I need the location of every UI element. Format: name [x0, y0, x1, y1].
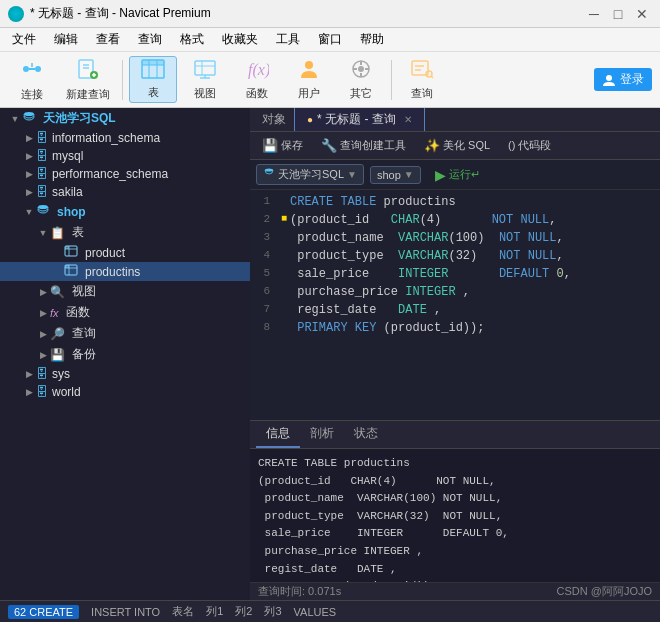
toolbar-user[interactable]: 用户 [285, 56, 333, 103]
view-folder-icon: 🔍 [50, 285, 65, 299]
code-editor[interactable]: 1 CREATE TABLE productins 2 ■ (product_i… [250, 190, 660, 420]
menu-window[interactable]: 窗口 [310, 29, 350, 50]
sidebar-item-backup-folder[interactable]: ▶ 💾 备份 [0, 344, 250, 365]
toolbar-new-query[interactable]: 新建查询 [60, 55, 116, 104]
sidebar-item-productins[interactable]: productins [0, 262, 250, 281]
svg-line-34 [431, 76, 433, 78]
schema-name: shop [377, 169, 401, 181]
menu-format[interactable]: 格式 [172, 29, 212, 50]
sidebar-item-world[interactable]: ▶ 🗄 world [0, 383, 250, 401]
info-content: CREATE TABLE productins (product_id CHAR… [250, 449, 660, 582]
toolbar-query-label: 查询 [411, 86, 433, 101]
sidebar-label15: world [52, 385, 81, 399]
toolbar-sep1 [122, 60, 123, 100]
sidebar-item-mysql[interactable]: ▶ 🗄 mysql [0, 147, 250, 165]
create-tool-label: 查询创建工具 [340, 138, 406, 153]
query-tab[interactable]: ● * 无标题 - 查询 ✕ [294, 108, 425, 131]
schema-dropdown-arrow: ▼ [404, 169, 414, 180]
info-tab-label: 信息 [266, 426, 290, 440]
title-bar: * 无标题 - 查询 - Navicat Premium ─ □ ✕ [0, 0, 660, 28]
toolbar-right: 登录 [594, 68, 652, 91]
toolbar-connect[interactable]: 连接 [8, 55, 56, 104]
toolbar-table[interactable]: 表 [129, 56, 177, 103]
line-content-1: CREATE TABLE productins [290, 195, 660, 209]
sidebar-item-func-folder[interactable]: ▶ fx 函数 [0, 302, 250, 323]
code-line-7: 7 regist_date DATE , [250, 302, 660, 320]
menu-favorites[interactable]: 收藏夹 [214, 29, 266, 50]
app-icon [8, 6, 24, 22]
sidebar-item-sakila[interactable]: ▶ 🗄 sakila [0, 183, 250, 201]
save-button[interactable]: 💾 保存 [256, 136, 309, 155]
sidebar-label4: performance_schema [52, 167, 168, 181]
db-selector[interactable]: 天池学习SQL ▼ [256, 164, 364, 185]
run-button[interactable]: ▶ 运行↵ [427, 165, 488, 185]
toolbar-table-label: 表 [148, 85, 159, 100]
sidebar-label3: mysql [52, 149, 83, 163]
expand-arrow5: ▶ [22, 187, 36, 197]
schema-selector[interactable]: shop ▼ [370, 166, 421, 184]
sidebar-item-view-folder[interactable]: ▶ 🔍 视图 [0, 281, 250, 302]
db-icon3: 🗄 [36, 149, 48, 163]
sidebar-label10: 视图 [72, 283, 96, 300]
watermark: CSDN @阿阿JOJO [556, 584, 652, 599]
query-folder-icon: 🔎 [50, 327, 65, 341]
minimize-button[interactable]: ─ [584, 4, 604, 24]
backup-folder-icon: 💾 [50, 348, 65, 362]
tab-label: * 无标题 - 查询 [317, 111, 396, 128]
sidebar-label13: 备份 [72, 346, 96, 363]
sidebar-item-product[interactable]: product [0, 243, 250, 262]
sidebar-item-info-schema[interactable]: ▶ 🗄 information_schema [0, 129, 250, 147]
beautify-icon: ✨ [424, 138, 440, 153]
maximize-button[interactable]: □ [608, 4, 628, 24]
info-tab-status[interactable]: 状态 [344, 421, 388, 448]
tab-close-icon[interactable]: ✕ [404, 114, 412, 125]
code-snippet-button[interactable]: () 代码段 [502, 136, 557, 155]
svg-point-46 [265, 169, 273, 172]
sidebar-item-tianchixuexi[interactable]: ▼ 天池学习SQL [0, 108, 250, 129]
sidebar-item-tables-folder[interactable]: ▼ 📋 表 [0, 222, 250, 243]
window-controls: ─ □ ✕ [584, 4, 652, 24]
close-button[interactable]: ✕ [632, 4, 652, 24]
svg-rect-45 [65, 265, 69, 268]
toolbar-function[interactable]: f(x) 函数 [233, 56, 281, 103]
expand-arrow11: ▶ [36, 350, 50, 360]
query-icon [410, 58, 434, 84]
menu-file[interactable]: 文件 [4, 29, 44, 50]
menu-edit[interactable]: 编辑 [46, 29, 86, 50]
sidebar-item-query-folder[interactable]: ▶ 🔎 查询 [0, 323, 250, 344]
menu-help[interactable]: 帮助 [352, 29, 392, 50]
svg-point-23 [305, 61, 313, 69]
line-content-6: purchase_price INTEGER , [290, 285, 660, 299]
toolbar-query[interactable]: 查询 [398, 56, 446, 103]
info-tab-info[interactable]: 信息 [256, 421, 300, 448]
menu-query[interactable]: 查询 [130, 29, 170, 50]
tab-bar: 对象 ● * 无标题 - 查询 ✕ [250, 108, 660, 132]
db-selector-icon [263, 167, 275, 182]
expand-arrow7: ▼ [36, 228, 50, 238]
beautify-button[interactable]: ✨ 美化 SQL [418, 136, 496, 155]
menu-tools[interactable]: 工具 [268, 29, 308, 50]
create-tool-button[interactable]: 🔧 查询创建工具 [315, 136, 412, 155]
svg-point-0 [23, 66, 29, 72]
line-num-6: 6 [250, 285, 278, 297]
info-tabs: 信息 剖析 状态 [250, 421, 660, 449]
expand-arrow12: ▶ [22, 369, 36, 379]
toolbar-view[interactable]: 视图 [181, 57, 229, 103]
sidebar-item-sys[interactable]: ▶ 🗄 sys [0, 365, 250, 383]
db-icon8: 🗄 [36, 385, 48, 399]
code-label: () 代码段 [508, 138, 551, 153]
line-num-7: 7 [250, 303, 278, 315]
sidebar-label11: 函数 [66, 304, 90, 321]
login-button[interactable]: 登录 [594, 68, 652, 91]
info-tab-profile[interactable]: 剖析 [300, 421, 344, 448]
menu-view[interactable]: 查看 [88, 29, 128, 50]
table-icon [141, 59, 165, 83]
sidebar-item-shop[interactable]: ▼ shop [0, 201, 250, 222]
sidebar-item-perf-schema[interactable]: ▶ 🗄 performance_schema [0, 165, 250, 183]
expand-arrow8: ▶ [36, 287, 50, 297]
expand-arrow6: ▼ [22, 207, 36, 217]
toolbar-other[interactable]: 其它 [337, 56, 385, 103]
title-bar-left: * 无标题 - 查询 - Navicat Premium [8, 5, 211, 22]
line-num-2: 2 [250, 213, 278, 225]
expand-arrow9: ▶ [36, 308, 50, 318]
